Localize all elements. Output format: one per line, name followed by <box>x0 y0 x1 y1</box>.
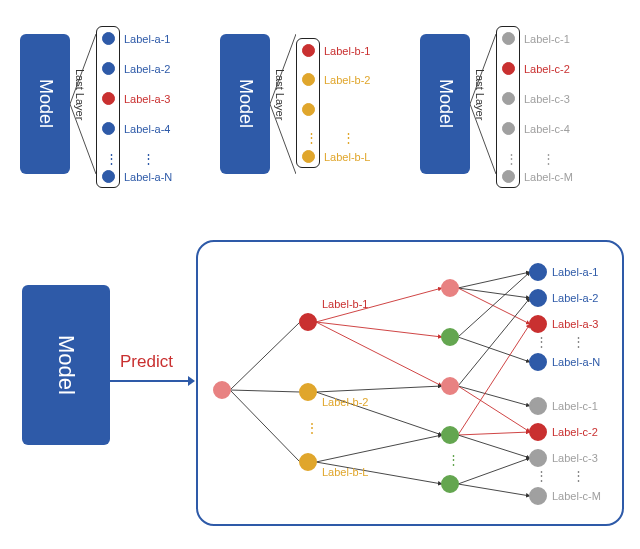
svg-line-24 <box>458 386 530 406</box>
svg-point-42 <box>442 427 458 443</box>
svg-text:Label-c-M: Label-c-M <box>552 490 601 502</box>
svg-text:⋮: ⋮ <box>447 452 460 467</box>
svg-text:⋮: ⋮ <box>572 468 585 483</box>
output-label: Label-b-2 <box>324 74 370 86</box>
svg-point-41 <box>442 378 458 394</box>
svg-text:Label-a-N: Label-a-N <box>552 356 600 368</box>
output-node <box>102 62 115 75</box>
svg-point-55 <box>530 424 546 440</box>
output-label: Label-a-2 <box>124 63 170 75</box>
svg-text:Label-a-1: Label-a-1 <box>552 266 598 278</box>
svg-text:Label-c-2: Label-c-2 <box>552 426 598 438</box>
bottom-panel: Model Predict Label-b-1Label-b-2Label-b-… <box>0 230 640 540</box>
model-label: Model <box>235 79 256 128</box>
output-label: Label-b-L <box>324 151 370 163</box>
output-node <box>302 150 315 163</box>
lastlayer-label-b: Last Layer <box>274 69 286 120</box>
svg-line-29 <box>458 458 530 484</box>
svg-point-59 <box>530 488 546 504</box>
svg-point-57 <box>530 450 546 466</box>
top-panel-a: Model Last Layer Label-a-1Label-a-2Label… <box>20 14 205 214</box>
output-node <box>102 170 115 183</box>
svg-line-12 <box>316 322 442 337</box>
output-node <box>502 170 515 183</box>
svg-point-32 <box>300 314 316 330</box>
svg-line-30 <box>458 484 530 496</box>
svg-line-28 <box>458 435 530 458</box>
svg-point-53 <box>530 398 546 414</box>
predict-arrow <box>110 375 195 387</box>
predict-label: Predict <box>120 352 173 372</box>
svg-line-9 <box>230 390 300 392</box>
output-label: Label-c-1 <box>524 33 570 45</box>
lastlayer-label-c: Last Layer <box>474 69 486 120</box>
svg-text:Label-b-1: Label-b-1 <box>322 298 368 310</box>
output-node <box>502 32 515 45</box>
output-node <box>302 44 315 57</box>
output-label: Label-c-2 <box>524 63 570 75</box>
output-label: Label-a-4 <box>124 123 170 135</box>
svg-text:⋮: ⋮ <box>305 420 319 436</box>
output-node <box>502 122 515 135</box>
svg-text:⋮: ⋮ <box>572 334 585 349</box>
output-label: Label-c-4 <box>524 123 570 135</box>
svg-line-21 <box>458 272 530 337</box>
vdots: ⋮ <box>305 130 318 145</box>
top-panel-c: Model Last Layer Label-c-1Label-c-2Label… <box>420 14 605 214</box>
model-block-a: Model <box>20 34 70 174</box>
model-label: Model <box>35 79 56 128</box>
lastlayer-label-a: Last Layer <box>74 69 86 120</box>
svg-text:Label-c-1: Label-c-1 <box>552 400 598 412</box>
svg-line-10 <box>230 390 300 462</box>
vdots-label: ⋮ <box>142 151 155 166</box>
graph-svg: Label-b-1Label-b-2Label-b-L⋮⋮Label-a-1La… <box>198 242 626 528</box>
output-node <box>102 32 115 45</box>
svg-point-45 <box>530 264 546 280</box>
vdots-label: ⋮ <box>342 130 355 145</box>
svg-line-27 <box>458 432 530 435</box>
output-node <box>502 92 515 105</box>
svg-marker-7 <box>188 376 195 386</box>
svg-point-49 <box>530 316 546 332</box>
output-label: Label-c-M <box>524 171 573 183</box>
svg-line-25 <box>458 386 530 432</box>
svg-point-51 <box>530 354 546 370</box>
svg-point-39 <box>442 280 458 296</box>
output-label: Label-a-N <box>124 171 172 183</box>
svg-text:Label-a-3: Label-a-3 <box>552 318 598 330</box>
svg-line-13 <box>316 322 442 386</box>
svg-point-43 <box>442 476 458 492</box>
vdots: ⋮ <box>505 151 518 166</box>
svg-text:Label-b-2: Label-b-2 <box>322 396 368 408</box>
output-node <box>102 122 115 135</box>
svg-line-16 <box>316 435 442 462</box>
svg-point-36 <box>300 454 316 470</box>
svg-point-34 <box>300 384 316 400</box>
svg-text:Label-a-2: Label-a-2 <box>552 292 598 304</box>
model-block-b: Model <box>220 34 270 174</box>
output-label: Label-b-1 <box>324 45 370 57</box>
vdots: ⋮ <box>105 151 118 166</box>
output-node <box>302 103 315 116</box>
svg-line-14 <box>316 386 442 392</box>
graph-panel: Label-b-1Label-b-2Label-b-L⋮⋮Label-a-1La… <box>196 240 624 526</box>
output-label: Label-a-3 <box>124 93 170 105</box>
output-node <box>502 62 515 75</box>
model-label: Model <box>53 335 79 395</box>
vdots-label: ⋮ <box>542 151 555 166</box>
output-label: Label-a-1 <box>124 33 170 45</box>
model-label: Model <box>435 79 456 128</box>
svg-point-40 <box>442 329 458 345</box>
top-panel-b: Model Last Layer Label-b-1Label-b-2⋮⋮Lab… <box>220 14 405 214</box>
output-label: Label-c-3 <box>524 93 570 105</box>
svg-line-8 <box>230 322 300 390</box>
svg-text:⋮: ⋮ <box>535 334 548 349</box>
svg-text:Label-c-3: Label-c-3 <box>552 452 598 464</box>
output-node <box>102 92 115 105</box>
model-block-bottom: Model <box>22 285 110 445</box>
svg-point-47 <box>530 290 546 306</box>
svg-line-23 <box>458 298 530 386</box>
svg-point-31 <box>214 382 230 398</box>
svg-line-18 <box>458 272 530 288</box>
top-row: Model Last Layer Label-a-1Label-a-2Label… <box>20 14 620 214</box>
